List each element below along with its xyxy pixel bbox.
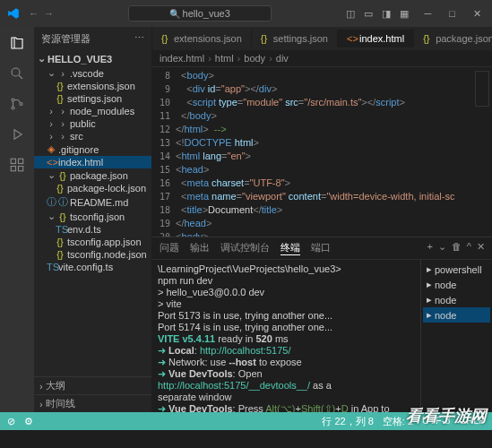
extensions-icon[interactable] [8,156,26,174]
shell-icon: ▸ [427,279,432,290]
file-icon: {} [56,81,65,91]
new-terminal-icon[interactable]: + [427,241,432,255]
svg-point-3 [20,103,22,106]
toggle-panel-left-icon[interactable]: ◫ [346,8,355,20]
breadcrumb-item[interactable]: html [215,53,234,64]
file-label: env.d.ts [67,224,101,235]
svg-point-0 [12,68,20,76]
file-icon: TS [47,262,56,272]
chevron-icon: ⌄ [47,67,56,79]
terminal-instance[interactable]: ▸node [423,307,490,323]
svg-point-2 [12,107,14,109]
code-editor[interactable]: 89101112131415161718192021 <body> <div i… [152,67,492,237]
minimap[interactable] [472,67,492,237]
terminal-tab[interactable]: 端口 [311,241,331,255]
chevron-down-icon: ⌄ [38,53,46,65]
tree-item[interactable]: ⓘ ⓘREADME.md [34,194,151,210]
chevron-icon: › [47,131,56,142]
file-icon: › [58,118,67,129]
settings-sync-icon[interactable]: ⚙ [24,416,33,427]
tree-item[interactable]: TSenv.d.ts [34,223,151,236]
breadcrumb-item[interactable]: index.html [160,53,204,64]
file-label: package-lock.json [67,183,146,194]
debug-icon[interactable] [8,125,26,143]
terminal-instance[interactable]: ▸node [423,277,490,292]
close-terminal-icon[interactable]: ✕ [477,241,485,255]
terminal-tab[interactable]: 调试控制台 [220,241,270,255]
file-icon: › [58,106,67,116]
explorer-icon[interactable] [8,34,26,52]
svg-rect-4 [11,159,15,163]
tree-item[interactable]: TSvite.config.ts [34,261,151,273]
workbench: 资源管理器 ⋯ ⌄ HELLO_VUE3 ⌄›.vscode{}extensio… [0,27,492,412]
tree-item[interactable]: ››public [34,117,151,130]
tree-item[interactable]: ››node_modules [34,105,151,117]
maximize-terminal-icon[interactable]: ^ [467,241,471,255]
code-content[interactable]: <body> <div id="app"></div> <script type… [176,67,472,237]
outline-section[interactable]: ›大纲 [34,376,151,394]
terminal-tab[interactable]: 问题 [160,241,179,255]
shell-label: node [435,280,456,290]
terminal-panel: 问题输出调试控制台终端端口+⌄🗑^✕ \LearningProject\VueP… [152,237,492,412]
breadcrumb[interactable]: index.html›html›body›div [152,50,492,67]
close-icon[interactable]: ✕ [470,8,485,20]
shell-label: node [435,310,456,321]
editor-tab[interactable]: {}extensions.json [152,30,252,47]
file-icon: {} [58,211,67,222]
maximize-icon[interactable]: □ [445,8,459,20]
file-icon: ⓘ [58,195,67,209]
terminal-instance[interactable]: ▸powershell [423,262,490,277]
terminal-dropdown-icon[interactable]: ⌄ [438,241,446,255]
terminal-instance[interactable]: ▸node [423,292,490,307]
cursor-position[interactable]: 行 22，列 8 [322,415,373,428]
minimize-icon[interactable]: ─ [421,8,436,20]
file-icon: {} [56,237,65,247]
kill-terminal-icon[interactable]: 🗑 [452,241,462,255]
tree-item[interactable]: ⌄{}tsconfig.json [34,210,151,223]
terminal-body: \LearningProject\VueProjects\hello_vue3>… [152,260,492,412]
toggle-panel-right-icon[interactable]: ◨ [382,8,391,20]
project-section[interactable]: ⌄ HELLO_VUE3 [34,51,151,66]
tree-item[interactable]: ››src [34,130,151,142]
tree-item[interactable]: {}extensions.json [34,80,151,92]
search-activity-icon[interactable] [8,65,26,82]
more-icon[interactable]: ⋯ [134,32,144,46]
editor-tabs: {}extensions.json{}settings.json<>index.… [152,27,492,50]
explorer-header: 资源管理器 ⋯ [34,27,151,51]
tree-item[interactable]: {}package-lock.json [34,182,151,194]
file-label: package.json [70,170,128,181]
tree-item[interactable]: {}tsconfig.app.json [34,236,151,248]
customize-layout-icon[interactable]: ▦ [400,8,409,20]
timeline-section[interactable]: ›时间线 [34,394,151,412]
file-label: tsconfig.node.json [67,249,147,260]
tree-item[interactable]: ⌄{}package.json [34,168,151,182]
title-bar: ← → 🔍 hello_vue3 ◫ ▭ ◨ ▦ ─ □ ✕ [0,0,492,27]
file-icon: › [58,131,67,142]
terminal-output[interactable]: \LearningProject\VueProjects\hello_vue3>… [152,260,420,412]
tab-label: settings.json [273,33,328,44]
breadcrumb-sep: › [237,53,241,64]
breadcrumb-item[interactable]: div [276,53,289,64]
search-input[interactable]: 🔍 hello_vue3 [128,5,272,22]
editor-tab[interactable]: <>index.html [338,30,414,47]
file-tree: ⌄›.vscode{}extensions.json{}settings.jso… [34,66,151,376]
file-label: index.html [58,157,103,168]
tree-item[interactable]: {}settings.json [34,92,151,105]
terminal-tab[interactable]: 输出 [190,241,210,255]
terminal-tab[interactable]: 终端 [281,241,300,255]
breadcrumb-item[interactable]: body [244,53,265,64]
tree-item[interactable]: ⌄›.vscode [34,66,151,80]
toggle-panel-bottom-icon[interactable]: ▭ [364,8,373,20]
watermark-text: 看看手游网 [406,405,487,426]
editor-tab[interactable]: {}package.json [414,30,492,47]
nav-back-icon[interactable]: ← [29,8,39,19]
nav-fwd-icon[interactable]: → [44,8,54,19]
file-icon: <> [347,33,356,44]
tree-item[interactable]: {}tsconfig.node.json [34,248,151,261]
tree-item[interactable]: <>index.html [34,156,151,168]
editor-tab[interactable]: {}settings.json [252,30,338,47]
file-icon: {} [161,33,170,44]
source-control-icon[interactable] [8,95,26,113]
remote-icon[interactable]: ⊘ [7,416,15,427]
tree-item[interactable]: ◈.gitignore [34,142,151,156]
